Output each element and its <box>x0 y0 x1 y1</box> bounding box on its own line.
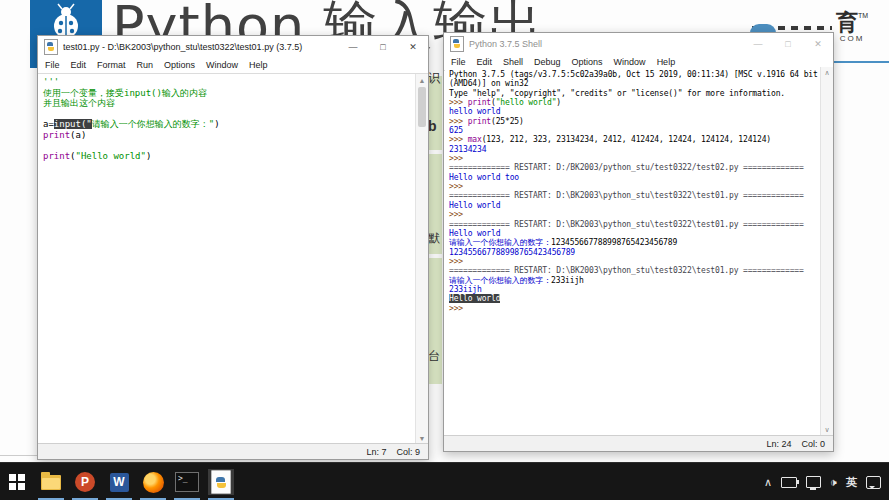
maximize-icon[interactable]: □ <box>773 33 803 54</box>
editor-menu-run[interactable]: Run <box>137 60 154 70</box>
taskbar-item-powerpoint[interactable]: P <box>72 469 98 495</box>
page-divider-line <box>832 61 889 63</box>
code-line: >>> max(123, 212, 323, 23134234, 2412, 4… <box>449 135 820 144</box>
code-line <box>43 140 415 151</box>
code-line: Hello world too <box>449 173 820 182</box>
code-line: >>> <box>449 257 820 266</box>
code-line: Python 3.7.5 (tags/v3.7.5:5c02a39a0b, Oc… <box>449 70 820 79</box>
code-line: (AMD64)] on win32 <box>449 79 820 88</box>
shell-statusbar: Ln: 24 Col: 0 <box>444 435 833 451</box>
file-explorer-icon <box>41 475 61 490</box>
code-line: >>> <box>449 154 820 163</box>
shell-col-indicator: Col: 0 <box>801 439 825 449</box>
ime-language-indicator[interactable]: 英 <box>846 475 857 490</box>
brand-logo: 育TM COM <box>836 12 868 43</box>
slide-text-fragment: 识 <box>428 70 440 87</box>
action-center-icon[interactable] <box>866 476 881 489</box>
editor-text-area[interactable]: '''使用一个变量，接受input()输入的内容并且输出这个内容 a=input… <box>39 74 415 444</box>
code-line: print(a) <box>43 130 415 141</box>
close-icon[interactable]: ✕ <box>803 33 833 54</box>
start-icon <box>9 474 25 490</box>
editor-menu-options[interactable]: Options <box>164 60 195 70</box>
code-line: >>> print("hello world") <box>449 98 820 107</box>
shell-menu-debug[interactable]: Debug <box>534 57 561 67</box>
code-line: 625 <box>449 126 820 135</box>
editor-window: test01.py - D:\BK2003\python_stu\test032… <box>37 35 429 460</box>
slide-text-fragment: b <box>428 118 437 134</box>
code-line: 233iijh <box>449 285 820 294</box>
background-slide-strip: 识 b 默 台 <box>428 70 442 384</box>
taskbar-item-word[interactable]: W <box>106 469 132 495</box>
code-line: Hello world <box>449 201 820 210</box>
taskbar-item-terminal[interactable]: >_ <box>174 469 200 495</box>
code-line: >>> <box>449 304 820 313</box>
code-line: ''' <box>43 77 415 88</box>
code-line: Hello world <box>449 294 820 303</box>
slide-code-block <box>428 76 442 150</box>
code-line: >>> <box>449 182 820 191</box>
code-line: >>> <box>449 210 820 219</box>
close-icon[interactable]: ✕ <box>398 36 428 57</box>
editor-menu-format[interactable]: Format <box>97 60 126 70</box>
code-line: 123455667788998765423456789 <box>449 248 820 257</box>
shell-text-area[interactable]: Python 3.7.5 (tags/v3.7.5:5c02a39a0b, Oc… <box>445 67 820 436</box>
minimize-icon[interactable]: — <box>743 33 773 54</box>
editor-scrollbar[interactable]: ▲ ▼ <box>415 74 428 444</box>
python-idle-icon <box>211 470 231 494</box>
scroll-up-icon[interactable]: ▲ <box>416 74 428 86</box>
shell-menu-options[interactable]: Options <box>572 57 603 67</box>
taskbar: P W >_ ∧ 🕩 英 <box>0 462 889 500</box>
display-icon[interactable] <box>806 476 821 488</box>
start-button[interactable] <box>4 469 30 495</box>
code-line: 请输入一个你想输入的数字：123455667788998765423456789 <box>449 238 820 247</box>
system-tray: ∧ 🕩 英 <box>764 463 881 500</box>
code-line: a=input("请输入一个你想输入的数字：") <box>43 119 415 130</box>
shell-titlebar[interactable]: Python 3.7.5 Shell — □ ✕ <box>444 33 833 54</box>
battery-icon[interactable] <box>781 477 797 488</box>
code-line: ============= RESTART: D:\BK2003\python_… <box>449 266 820 275</box>
editor-statusbar: Ln: 7 Col: 9 <box>38 443 428 459</box>
taskbar-item-file-explorer[interactable] <box>38 469 64 495</box>
shell-line-indicator: Ln: 24 <box>766 439 791 449</box>
hidden-icons-chevron-icon[interactable]: ∧ <box>764 476 772 489</box>
editor-menu-window[interactable]: Window <box>206 60 238 70</box>
scroll-up-icon[interactable]: ∧ <box>821 67 833 79</box>
code-line <box>43 109 415 120</box>
code-line: print("Hello world") <box>43 151 415 162</box>
word-icon: W <box>110 473 129 492</box>
brand-com-label: COM <box>836 34 868 43</box>
taskbar-item-firefox[interactable] <box>140 469 166 495</box>
editor-menu-file[interactable]: File <box>45 60 60 70</box>
editor-titlebar[interactable]: test01.py - D:\BK2003\python_stu\test032… <box>38 36 428 57</box>
code-line: 使用一个变量，接受input()输入的内容 <box>43 88 415 99</box>
shell-menu-window[interactable]: Window <box>614 57 646 67</box>
python-file-icon <box>44 39 58 55</box>
code-line: ============= RESTART: D:\BK2003\python_… <box>449 220 820 229</box>
slide-text-fragment: 默 <box>428 230 440 247</box>
shell-menu-shell[interactable]: Shell <box>503 57 523 67</box>
editor-menu-help[interactable]: Help <box>249 60 268 70</box>
slide-text-fragment: 台 <box>428 348 440 365</box>
brand-character: 育 <box>836 10 858 35</box>
shell-menu-file[interactable]: File <box>451 57 466 67</box>
scrollbar-thumb[interactable] <box>418 87 426 127</box>
minimize-icon[interactable]: — <box>338 36 368 57</box>
python-shell-icon <box>450 36 464 52</box>
code-line: ============= RESTART: D:\BK2003\python_… <box>449 191 820 200</box>
editor-menu-edit[interactable]: Edit <box>71 60 87 70</box>
maximize-icon[interactable]: □ <box>368 36 398 57</box>
shell-window-title: Python 3.7.5 Shell <box>469 39 743 49</box>
code-line: 并且输出这个内容 <box>43 98 415 109</box>
code-line: 请输入一个你想输入的数字：233iijh <box>449 276 820 285</box>
code-line: Hello world <box>449 229 820 238</box>
editor-col-indicator: Col: 9 <box>396 447 420 457</box>
terminal-icon: >_ <box>175 472 199 492</box>
code-line: ============= RESTART: D:/BK2003/python_… <box>449 163 820 172</box>
firefox-icon <box>143 472 164 493</box>
shell-menu-help[interactable]: Help <box>657 57 676 67</box>
code-line: hello world <box>449 107 820 116</box>
taskbar-item-python-idle[interactable] <box>208 469 234 495</box>
shell-menu-edit[interactable]: Edit <box>477 57 493 67</box>
speaker-icon[interactable]: 🕩 <box>830 476 837 489</box>
shell-scrollbar[interactable]: ∧ ∨ <box>820 67 833 436</box>
